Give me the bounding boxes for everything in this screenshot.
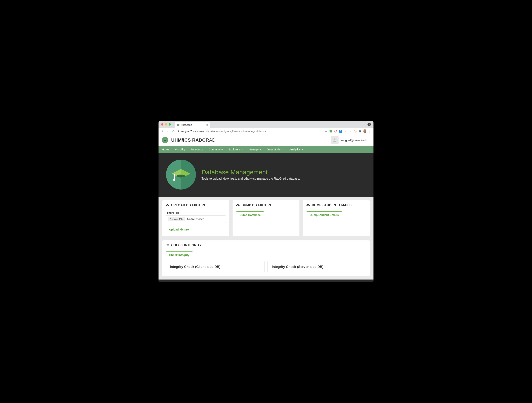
url-domain: radgrad2.ics.hawaii.edu — [181, 130, 209, 133]
address-field[interactable]: radgrad2.ics.hawaii.edu/#/admin/radgrad@… — [177, 130, 322, 133]
caret-down-icon — [241, 149, 243, 150]
tab-title: RadGrad2 — [181, 124, 192, 126]
nav-item-data-model[interactable]: Data Model — [267, 148, 284, 151]
field-label: Fixture File — [166, 211, 226, 214]
caret-down-icon — [302, 149, 303, 150]
nav-item-community[interactable]: Community — [209, 148, 223, 151]
page-body: UPLOAD DB FIXTURE Fixture File Choose Fi… — [158, 197, 374, 280]
extension-ublock-icon[interactable] — [354, 130, 357, 133]
card-upload-fixture: UPLOAD DB FIXTURE Fixture File Choose Fi… — [162, 200, 229, 236]
cloud-download-icon — [236, 203, 240, 207]
choose-file-button[interactable]: Choose File — [168, 217, 185, 221]
minimize-window-button[interactable] — [165, 123, 167, 125]
nav-item-forecasts[interactable]: Forecasts — [191, 148, 203, 151]
integrity-client-title: Integrity Check (Client-side DB) — [170, 265, 260, 269]
hero-text: Database Management Tools to upload, dow… — [202, 169, 300, 180]
page-hero: Database Management Tools to upload, dow… — [158, 153, 374, 197]
tab-close-button[interactable]: × — [206, 124, 208, 126]
check-integrity-button[interactable]: Check Integrity — [166, 252, 193, 258]
user-menu[interactable]: radgrad@hawaii.edu — [327, 135, 370, 146]
app-header: UHM/ICS RADGRAD radgrad@hawaii.edu — [158, 135, 374, 146]
card-dump-db: DUMP DB FIXTURE Dump Database — [233, 200, 299, 236]
reload-button[interactable] — [172, 130, 175, 133]
svg-point-2 — [164, 141, 164, 142]
card-check-integrity: CHECK INTEGRITY Check Integrity Integrit… — [162, 240, 370, 276]
extension-pin-icon[interactable] — [344, 130, 347, 133]
caret-down-icon — [260, 149, 261, 150]
integrity-grid: Integrity Check (Client-side DB) Integri… — [166, 261, 366, 273]
footer-strip — [158, 280, 374, 282]
app-title: UHM/ICS RADGRAD — [171, 137, 215, 143]
nav-buttons — [161, 130, 175, 133]
card-title: DUMP STUDENT EMAILS — [312, 203, 352, 207]
hero-logo-icon — [166, 160, 196, 189]
page-subtitle: Tools to upload, download, and otherwise… — [202, 177, 300, 180]
file-input[interactable]: Choose File No file chosen — [166, 215, 226, 223]
cloud-upload-icon — [166, 203, 169, 207]
nav-item-home[interactable]: Home — [162, 148, 169, 151]
new-tab-button[interactable]: + — [211, 123, 216, 128]
card-title: DUMP DB FIXTURE — [241, 203, 272, 207]
maximize-window-button[interactable] — [169, 123, 171, 125]
app-logo-icon[interactable] — [162, 137, 168, 143]
app-title-bold: UHM/ICS RAD — [171, 137, 202, 143]
extension-icons: S ⬨ — [324, 130, 371, 133]
integrity-server-title: Integrity Check (Server-side DB) — [272, 265, 362, 269]
main-nav: Home Visibility Forecasts Community Expl… — [158, 146, 374, 153]
forward-button[interactable] — [166, 130, 169, 133]
card-title: UPLOAD DB FIXTURE — [171, 203, 206, 207]
nav-item-explorers[interactable]: Explorers — [228, 148, 243, 151]
extensions-menu-icon[interactable] — [359, 130, 361, 133]
list-check-icon — [166, 243, 169, 247]
nav-item-analytics[interactable]: Analytics — [289, 148, 303, 151]
bookmark-star-icon[interactable] — [324, 130, 328, 133]
tab-strip: RadGrad2 × + — [175, 121, 216, 128]
url-path: /#/admin/radgrad@hawaii.edu/manage-datab… — [210, 130, 267, 133]
browser-tab[interactable]: RadGrad2 × — [175, 122, 210, 128]
user-avatar-icon — [331, 136, 339, 144]
cloud-download-icon — [306, 203, 310, 207]
extension-skype-icon[interactable]: S — [339, 130, 342, 133]
extension-opera-icon[interactable] — [334, 130, 337, 133]
page-title: Database Management — [202, 169, 300, 176]
dump-database-button[interactable]: Dump Database — [236, 211, 264, 218]
dump-student-emails-button[interactable]: Dump Student Emails — [306, 211, 342, 218]
caret-down-icon — [282, 149, 284, 150]
close-window-button[interactable] — [161, 123, 163, 125]
svg-point-3 — [334, 138, 336, 140]
card-title: CHECK INTEGRITY — [171, 243, 202, 247]
integrity-server-box: Integrity Check (Server-side DB) — [267, 261, 366, 273]
window-controls — [161, 123, 171, 125]
lock-icon — [177, 130, 180, 133]
file-status-text: No file chosen — [187, 218, 204, 221]
back-button[interactable] — [161, 130, 164, 133]
nav-item-manage[interactable]: Manage — [248, 148, 261, 151]
caret-down-icon — [368, 139, 370, 141]
nav-item-visibility[interactable]: Visibility — [175, 148, 185, 151]
tabs-overflow-button[interactable] — [367, 123, 371, 126]
svg-point-0 — [164, 140, 166, 141]
upload-fixture-button[interactable]: Upload Fixture — [166, 226, 192, 233]
tab-favicon — [177, 124, 179, 126]
profile-avatar-icon[interactable] — [363, 130, 366, 133]
card-dump-emails: DUMP STUDENT EMAILS Dump Student Emails — [303, 200, 370, 236]
extension-dropbox-icon[interactable]: ⬨ — [349, 130, 352, 133]
extension-evernote-icon[interactable] — [329, 130, 332, 133]
browser-window: RadGrad2 × + radgrad2.ics.hawaii.edu/#/a… — [158, 121, 374, 282]
window-titlebar: RadGrad2 × + — [158, 121, 374, 128]
user-email-text: radgrad@hawaii.edu — [341, 139, 367, 142]
browser-menu-button[interactable] — [368, 130, 371, 133]
svg-point-6 — [173, 178, 175, 181]
card-row-1: UPLOAD DB FIXTURE Fixture File Choose Fi… — [162, 200, 370, 236]
integrity-client-box: Integrity Check (Client-side DB) — [166, 261, 265, 273]
svg-point-4 — [177, 175, 185, 178]
app-title-thin: GRAD — [202, 137, 215, 143]
url-bar: radgrad2.ics.hawaii.edu/#/admin/radgrad@… — [158, 128, 374, 135]
user-email-dropdown[interactable]: radgrad@hawaii.edu — [341, 139, 370, 142]
